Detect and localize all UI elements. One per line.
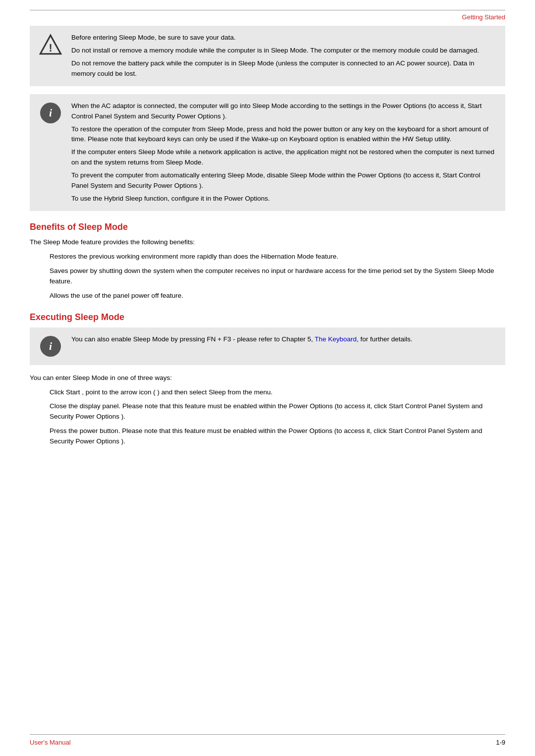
benefits-intro: The Sleep Mode feature provides the foll… xyxy=(30,237,505,248)
benefits-item-2: Allows the use of the panel power off fe… xyxy=(50,291,505,301)
warning-box: ! Before entering Sleep Mode, be sure to… xyxy=(30,26,505,86)
header-title: Getting Started xyxy=(462,13,505,21)
warning-text-2: Do not install or remove a memory module… xyxy=(71,46,496,56)
executing-item-0: Click Start , point to the arrow icon ( … xyxy=(50,387,505,398)
warning-icon: ! xyxy=(39,33,62,56)
footer-bar: User's Manual 1-9 xyxy=(30,734,505,746)
executing-heading: Executing Sleep Mode xyxy=(30,312,505,323)
info-box-2-text: You can also enable Sleep Mode by pressi… xyxy=(71,334,496,345)
benefits-heading: Benefits of Sleep Mode xyxy=(30,222,505,232)
info-box-2-text-before: You can also enable Sleep Mode by pressi… xyxy=(71,335,315,343)
executing-item-2: Press the power button. Please note that… xyxy=(50,426,505,447)
footer-right: 1-9 xyxy=(496,739,505,746)
info-box-1: i When the AC adaptor is connected, the … xyxy=(30,94,505,211)
svg-text:!: ! xyxy=(49,42,52,54)
keyboard-link[interactable]: The Keyboard xyxy=(315,335,357,343)
warning-box-content: Before entering Sleep Mode, be sure to s… xyxy=(71,33,496,79)
warning-text-1: Before entering Sleep Mode, be sure to s… xyxy=(71,33,496,43)
info-text-1-3: To prevent the computer from automatical… xyxy=(71,170,496,191)
executing-item-1: Close the display panel. Please note tha… xyxy=(50,401,505,422)
executing-intro: You can enter Sleep Mode in one of three… xyxy=(30,373,505,383)
benefits-item-0: Restores the previous working environmen… xyxy=(50,252,505,262)
benefits-item-1: Saves power by shutting down the system … xyxy=(50,266,505,287)
info-circle-1: i xyxy=(40,103,61,123)
info-icon-1: i xyxy=(39,101,62,125)
warning-text-3: Do not remove the battery pack while the… xyxy=(71,58,496,79)
info-text-1-1: To restore the operation of the computer… xyxy=(71,124,496,145)
info-box-2: i You can also enable Sleep Mode by pres… xyxy=(30,327,505,365)
info-text-1-4: To use the Hybrid Sleep function, config… xyxy=(71,194,496,204)
info-box-2-text-after: , for further details. xyxy=(357,335,413,343)
info-box-2-content: You can also enable Sleep Mode by pressi… xyxy=(71,334,496,345)
info-circle-2: i xyxy=(40,336,61,357)
info-text-1-2: If the computer enters Sleep Mode while … xyxy=(71,147,496,168)
info-box-1-content: When the AC adaptor is connected, the co… xyxy=(71,101,496,204)
info-text-1-0: When the AC adaptor is connected, the co… xyxy=(71,101,496,122)
page: Getting Started ! Before entering Sleep … xyxy=(0,0,535,756)
footer-left: User's Manual xyxy=(30,739,71,746)
header-bar: Getting Started xyxy=(30,10,505,26)
info-icon-2: i xyxy=(39,334,62,358)
